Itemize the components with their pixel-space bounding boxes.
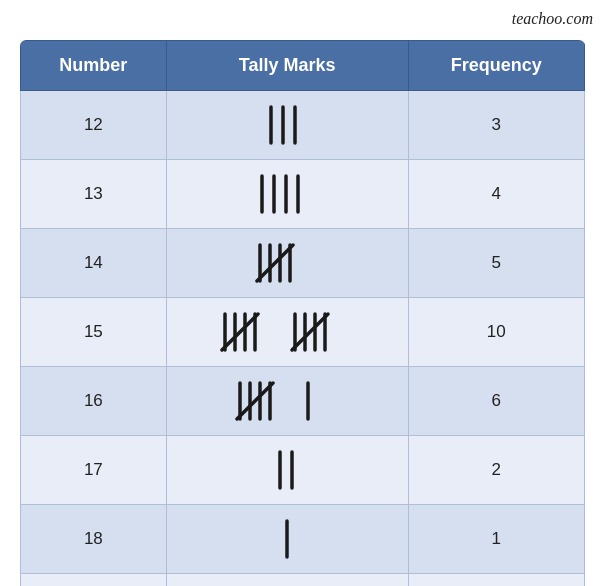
svg-line-11 [257,245,293,281]
frequency-cell: 4 [408,160,584,229]
frequency-cell: 6 [408,367,584,436]
number-cell: 16 [21,367,167,436]
tally-cell [166,229,408,298]
frequency-cell: 5 [408,229,584,298]
col-header-number: Number [21,41,167,91]
svg-line-26 [237,383,273,419]
number-cell: 14 [21,229,167,298]
tally-table: Number Tally Marks Frequency 12 313 4145… [20,40,585,586]
frequency-cell: 1 [408,574,584,587]
table-row: 15 10 [21,298,585,367]
svg-line-21 [292,314,328,350]
number-cell: 12 [21,91,167,160]
table-row: 145 [21,229,585,298]
watermark-label: teachoo.com [512,10,593,28]
main-table-container: Number Tally Marks Frequency 12 313 4145… [20,40,585,586]
frequency-cell: 2 [408,436,584,505]
tally-cell [166,505,408,574]
number-cell: 18 [21,505,167,574]
number-cell: 13 [21,160,167,229]
tally-cell [166,298,408,367]
table-header-row: Number Tally Marks Frequency [21,41,585,91]
col-header-tally: Tally Marks [166,41,408,91]
tally-cell [166,574,408,587]
table-row: 191 [21,574,585,587]
table-row: 12 3 [21,91,585,160]
number-cell: 15 [21,298,167,367]
frequency-cell: 3 [408,91,584,160]
number-cell: 17 [21,436,167,505]
svg-line-16 [222,314,258,350]
frequency-cell: 1 [408,505,584,574]
table-row: 13 4 [21,160,585,229]
table-row: 181 [21,505,585,574]
frequency-cell: 10 [408,298,584,367]
tally-cell [166,160,408,229]
tally-cell [166,436,408,505]
table-row: 16 6 [21,367,585,436]
tally-cell [166,91,408,160]
table-row: 17 2 [21,436,585,505]
tally-cell [166,367,408,436]
col-header-frequency: Frequency [408,41,584,91]
number-cell: 19 [21,574,167,587]
